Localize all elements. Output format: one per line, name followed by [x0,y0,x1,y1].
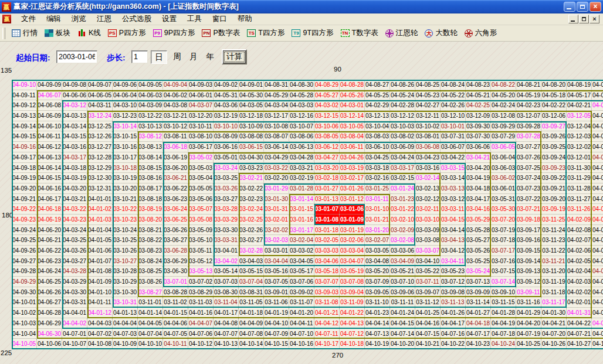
date-cell-03-06-13[interactable]: 03-06-13 [289,142,314,152]
date-cell-04-07-14[interactable]: 04-07-14 [390,329,415,339]
date-cell-04-02-22[interactable]: 04-02-22 [541,100,567,111]
date-cell-03-04-28[interactable]: 03-04-28 [289,152,314,163]
date-cell-04-01-18[interactable]: 04-01-18 [239,308,264,318]
date-cell-04-10-28[interactable]: 04-10-28 [592,339,603,349]
date-cell-03-11-22[interactable]: 03-11-22 [541,246,567,256]
toolbar-item-p-square[interactable]: PSP四方形 [104,27,150,39]
date-cell-04-05-20[interactable]: 04-05-20 [491,90,516,101]
date-cell-03-12-27[interactable]: 03-12-27 [87,142,113,152]
date-cell-03-08-17[interactable]: 03-08-17 [138,183,163,194]
date-cell-03-07-05[interactable]: 03-07-05 [264,277,289,287]
date-cell-03-08-14[interactable]: 03-08-14 [138,152,163,163]
date-cell-03-07-08[interactable]: 03-07-08 [340,277,365,287]
date-cell-03-03-05[interactable]: 03-03-05 [365,246,390,256]
date-cell-04-03-01[interactable]: 04-03-01 [340,100,365,111]
date-cell-03-04-20[interactable]: 03-04-20 [466,163,491,174]
date-cell-04-09-06[interactable]: 04-09-06 [113,80,138,90]
date-cell-04-05-21[interactable]: 04-05-21 [466,90,491,101]
date-cell-04-09-29[interactable]: 04-09-29 [12,277,37,287]
date-cell-03-07-24[interactable]: 03-07-24 [516,173,541,183]
date-cell-04-01-29[interactable]: 04-01-29 [516,308,541,318]
date-cell-03-04-05[interactable]: 03-04-05 [289,256,314,267]
date-cell-04-02-04[interactable]: 04-02-04 [567,266,592,277]
date-cell-04-09-26[interactable]: 04-09-26 [12,246,37,256]
date-cell-03-07-18[interactable]: 03-07-18 [491,235,516,246]
date-cell-04-04-16[interactable]: 04-04-16 [415,318,441,329]
date-cell-04-10-11[interactable]: 04-10-11 [163,339,188,349]
date-cell-04-04-15[interactable]: 04-04-15 [390,318,415,329]
date-cell-04-03-29[interactable]: 04-03-29 [62,277,87,287]
date-cell-04-09-20[interactable]: 04-09-20 [12,183,37,194]
date-cell-03-04-22[interactable]: 03-04-22 [441,152,466,163]
date-cell-03-06-02[interactable]: 03-06-02 [491,173,516,183]
date-cell-03-11-02[interactable]: 03-11-02 [163,297,188,308]
date-cell-03-12-23[interactable]: 03-12-23 [113,111,138,121]
date-cell-03-07-15[interactable]: 03-07-15 [491,266,516,277]
date-cell-04-04-05[interactable]: 04-04-05 [138,318,163,329]
date-cell-03-12-15[interactable]: 03-12-15 [314,111,340,121]
date-cell-03-06-27[interactable]: 03-06-27 [163,235,188,246]
date-cell-04-04-01[interactable]: 04-04-01 [62,308,87,318]
date-cell-03-04-09[interactable]: 03-04-09 [390,256,415,267]
date-cell-04-03-23[interactable]: 04-03-23 [62,215,87,225]
date-cell-03-05-04[interactable]: 03-05-04 [188,173,214,183]
date-cell-04-02-26[interactable]: 04-02-26 [441,100,466,111]
date-cell-03-12-20[interactable]: 03-12-20 [188,111,214,121]
date-cell-04-02-14[interactable]: 04-02-14 [592,163,603,174]
date-cell-03-04-24[interactable]: 03-04-24 [390,152,415,163]
mdi-close-button[interactable]: × [590,15,599,23]
date-cell-03-03-23[interactable]: 03-03-23 [239,163,264,174]
date-cell-04-02-24[interactable]: 04-02-24 [491,100,516,111]
date-cell-03-02-24[interactable]: 03-02-24 [239,204,264,215]
date-cell-04-08-20[interactable]: 04-08-20 [541,80,567,90]
date-cell-04-09-10[interactable]: 04-09-10 [12,80,37,90]
date-cell-03-11-04[interactable]: 03-11-04 [214,297,239,308]
date-cell-03-12-06[interactable]: 03-12-06 [541,111,567,121]
date-cell-04-04-13[interactable]: 04-04-13 [340,318,365,329]
date-cell-04-10-18[interactable]: 04-10-18 [340,339,365,349]
date-cell-04-07-05[interactable]: 04-07-05 [163,329,188,339]
date-cell-03-05-09[interactable]: 03-05-09 [188,225,214,236]
date-cell-03-07-01[interactable]: 03-07-01 [163,277,188,287]
date-cell-04-04-22[interactable]: 04-04-22 [567,318,592,329]
date-cell-03-09-24[interactable]: 03-09-24 [541,152,567,163]
date-cell-04-03-19[interactable]: 04-03-19 [62,173,87,183]
date-cell-04-02-08[interactable]: 04-02-08 [567,225,592,236]
date-cell-03-05-17[interactable]: 03-05-17 [289,266,314,277]
date-cell-04-07-07[interactable]: 04-07-07 [214,329,239,339]
date-cell-03-02-28[interactable]: 03-02-28 [239,246,264,256]
date-cell-03-10-17[interactable]: 03-10-17 [113,152,138,163]
date-cell-03-03-18[interactable]: 03-03-18 [365,163,390,174]
date-cell-03-10-12[interactable]: 03-10-12 [163,121,188,132]
date-cell-03-11-24[interactable]: 03-11-24 [541,225,567,236]
date-cell-04-01-03[interactable]: 04-01-03 [87,215,113,225]
date-cell-03-03-09[interactable]: 03-03-09 [415,225,441,236]
date-cell-04-09-21[interactable]: 04-09-21 [12,194,37,205]
date-cell-03-02-26[interactable]: 03-02-26 [239,225,264,236]
date-cell-03-10-10[interactable]: 03-10-10 [214,121,239,132]
menu-item-工具[interactable]: 工具 [182,13,207,25]
date-cell-04-07-04[interactable]: 04-07-04 [138,329,163,339]
date-cell-03-11-30[interactable]: 03-11-30 [567,163,592,174]
date-cell-04-04-21[interactable]: 04-04-21 [541,318,567,329]
date-cell-03-03-07[interactable]: 03-03-07 [415,246,441,256]
date-cell-04-04-20[interactable]: 04-04-20 [516,318,541,329]
date-cell-03-06-05[interactable]: 03-06-05 [491,142,516,152]
date-cell-04-02-21[interactable]: 04-02-21 [567,100,592,111]
date-cell-03-10-28[interactable]: 03-10-28 [113,266,138,277]
date-cell-04-06-26[interactable]: 04-06-26 [37,287,62,298]
date-cell-04-02-10[interactable]: 04-02-10 [592,204,603,215]
date-cell-03-01-24[interactable]: 03-01-24 [390,183,415,194]
menu-item-江恩[interactable]: 江恩 [92,13,117,25]
date-cell-04-07-13[interactable]: 04-07-13 [365,329,390,339]
date-cell-04-01-11[interactable]: 04-01-11 [87,297,113,308]
date-cell-03-04-18[interactable]: 03-04-18 [466,183,491,194]
date-cell-03-02-11[interactable]: 03-02-11 [415,204,441,215]
date-cell-04-05-24[interactable]: 04-05-24 [390,90,415,101]
date-cell-03-12-04[interactable]: 03-12-04 [567,121,592,132]
date-cell-04-01-06[interactable]: 04-01-06 [87,246,113,256]
menu-item-浏览[interactable]: 浏览 [66,13,92,25]
date-cell-03-01-07[interactable]: 03-01-07 [314,204,340,215]
date-cell-03-07-31[interactable]: 03-07-31 [441,131,466,142]
date-cell-03-06-26[interactable]: 03-06-26 [163,225,188,236]
